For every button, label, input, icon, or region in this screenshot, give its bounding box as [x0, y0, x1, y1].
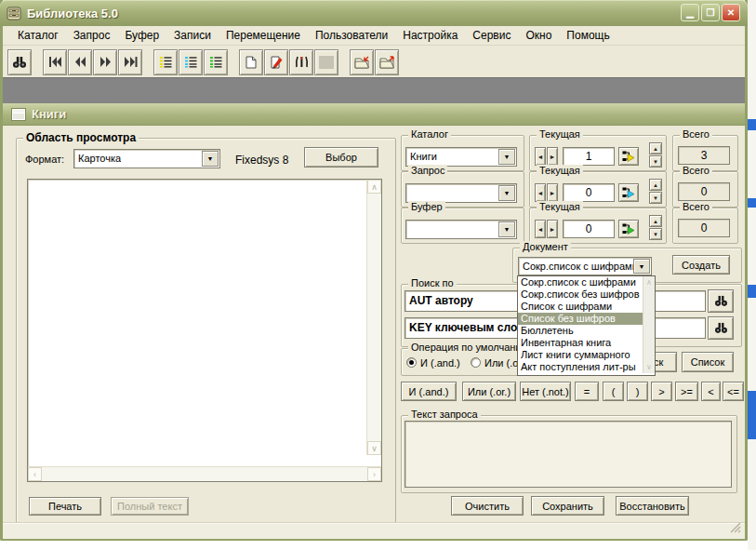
dropdown-scrollbar[interactable]: ∧ ∨: [643, 276, 655, 373]
folder-import-button[interactable]: [350, 49, 374, 75]
op-and-button[interactable]: И (.and.): [401, 382, 457, 401]
document-combo[interactable]: Сокр.список с шифрами ▼: [518, 257, 652, 275]
title-bar[interactable]: Библиотека 5.0 ▁ ❐ ✕: [0, 0, 748, 26]
op-greater-equal-button[interactable]: >=: [675, 382, 698, 401]
query-list-button[interactable]: [179, 49, 203, 75]
dropdown-option-selected[interactable]: Список без шифров: [518, 313, 655, 325]
catalog-combo-arrow-icon[interactable]: ▼: [498, 149, 515, 165]
buffer-spin-up-button[interactable]: ▲: [649, 215, 662, 227]
buffer-list-button[interactable]: [204, 49, 228, 75]
menu-query[interactable]: Запрос: [66, 27, 118, 44]
or-radio[interactable]: [471, 357, 481, 368]
op-close-paren-button[interactable]: ): [627, 382, 648, 401]
catalog-combo[interactable]: Книги ▼: [405, 147, 517, 167]
catalog-goto-button[interactable]: [618, 147, 639, 166]
go-next-button[interactable]: [93, 49, 117, 75]
op-greater-button[interactable]: >: [651, 382, 672, 401]
query-next-button[interactable]: ►: [547, 183, 558, 202]
menu-buffer[interactable]: Буфер: [117, 27, 166, 44]
menu-move[interactable]: Перемещение: [219, 27, 308, 44]
dropdown-option[interactable]: Акт поступления лит-ры: [518, 361, 655, 373]
menu-users[interactable]: Пользователи: [308, 27, 395, 44]
format-combo[interactable]: Карточка ▼: [73, 149, 220, 168]
dropdown-option[interactable]: Лист книги суммарного: [518, 349, 655, 361]
save-button[interactable]: Сохранить: [531, 496, 604, 516]
preview-hscrollbar[interactable]: ‹ ›: [28, 466, 381, 481]
and-radio[interactable]: [406, 357, 417, 368]
scroll-right-icon[interactable]: ›: [367, 467, 381, 481]
catalog-prev-button[interactable]: ◄: [535, 147, 546, 166]
dropdown-option[interactable]: Инвентарная книга: [518, 337, 655, 349]
query-spin-up-button[interactable]: ▲: [649, 179, 662, 191]
books-window-titlebar[interactable]: Книги: [3, 103, 745, 126]
card-view-button[interactable]: [289, 49, 313, 75]
query-combo-arrow-icon[interactable]: ▼: [498, 185, 515, 201]
scroll-down-icon[interactable]: ∨: [367, 441, 381, 455]
go-previous-button[interactable]: [68, 49, 92, 75]
print-button[interactable]: Печать: [29, 497, 101, 516]
buffer-prev-button[interactable]: ◄: [535, 220, 546, 238]
document-combo-arrow-icon[interactable]: ▼: [633, 259, 650, 274]
scroll-left-icon[interactable]: ‹: [28, 467, 42, 481]
op-less-equal-button[interactable]: <=: [723, 382, 744, 401]
scroll-down-icon[interactable]: ∨: [644, 363, 654, 371]
buffer-combo[interactable]: ▼: [405, 220, 517, 239]
menu-help[interactable]: Помощь: [559, 27, 617, 44]
choose-font-button[interactable]: Выбор: [304, 147, 378, 168]
format-combo-arrow-icon[interactable]: ▼: [202, 151, 219, 167]
catalog-spin-up-button[interactable]: ▲: [649, 142, 662, 154]
op-equals-button[interactable]: =: [575, 382, 599, 401]
create-document-button[interactable]: Создать: [672, 255, 730, 275]
dropdown-option[interactable]: Список с шифрами: [518, 301, 655, 313]
list-button[interactable]: Список: [682, 352, 734, 372]
menu-records[interactable]: Записи: [166, 27, 219, 44]
dropdown-option[interactable]: Сокр.список с шифрами: [518, 276, 655, 288]
maximize-button[interactable]: ❐: [701, 4, 720, 21]
search2-button[interactable]: [708, 316, 734, 340]
op-less-button[interactable]: <: [701, 382, 721, 401]
catalog-group-label: Каталог: [408, 128, 451, 140]
search-toolbar-button[interactable]: [7, 49, 32, 75]
scroll-up-icon[interactable]: ∧: [644, 278, 654, 287]
query-combo[interactable]: ▼: [405, 183, 517, 203]
op-not-button[interactable]: Нет (.not.): [520, 382, 571, 401]
edit-record-button[interactable]: [264, 49, 288, 75]
catalog-list-button[interactable]: [153, 49, 178, 75]
preview-vscrollbar[interactable]: ∧ ∨: [366, 180, 381, 455]
minimize-button[interactable]: ▁: [681, 4, 699, 21]
go-first-button[interactable]: [43, 49, 67, 75]
op-or-button[interactable]: Или (.or.): [462, 382, 516, 401]
folder-export-button[interactable]: [375, 49, 399, 75]
preview-area[interactable]: ∧ ∨ ‹ ›: [27, 179, 382, 482]
query-current-input[interactable]: 0: [563, 183, 615, 202]
menu-settings[interactable]: Настройка: [395, 27, 465, 44]
and-radio-label[interactable]: И (.and.): [420, 357, 460, 369]
catalog-spin-down-button[interactable]: ▼: [649, 155, 662, 168]
catalog-current-input[interactable]: 1: [563, 147, 615, 166]
buffer-next-button[interactable]: ►: [547, 220, 558, 238]
search1-button[interactable]: [708, 289, 734, 313]
menu-catalog[interactable]: Каталог: [10, 27, 66, 44]
dropdown-option[interactable]: Бюллетень: [518, 325, 655, 337]
query-prev-button[interactable]: ◄: [535, 183, 546, 202]
buffer-combo-arrow-icon[interactable]: ▼: [498, 221, 515, 237]
buffer-spin-down-button[interactable]: ▼: [649, 228, 662, 240]
menu-window[interactable]: Окно: [518, 27, 559, 44]
menu-service[interactable]: Сервис: [465, 27, 518, 44]
query-spin-down-button[interactable]: ▼: [649, 192, 662, 204]
scroll-up-icon[interactable]: ∧: [367, 180, 381, 194]
restore-button[interactable]: Восстановить: [616, 496, 689, 516]
buffer-goto-button[interactable]: [618, 220, 639, 238]
close-button[interactable]: ✕: [722, 4, 740, 21]
new-record-button[interactable]: [239, 49, 263, 75]
query-text-area[interactable]: [405, 421, 732, 488]
catalog-list-icon: [159, 56, 172, 68]
query-goto-button[interactable]: [618, 183, 639, 202]
resize-grip[interactable]: [730, 522, 741, 533]
catalog-next-button[interactable]: ►: [547, 147, 558, 166]
clear-button[interactable]: Очистить: [451, 496, 524, 516]
op-open-paren-button[interactable]: (: [603, 382, 624, 401]
dropdown-option[interactable]: Сокр.список без шифров: [518, 288, 655, 301]
buffer-current-input[interactable]: 0: [563, 220, 615, 238]
go-last-button[interactable]: [118, 49, 142, 75]
